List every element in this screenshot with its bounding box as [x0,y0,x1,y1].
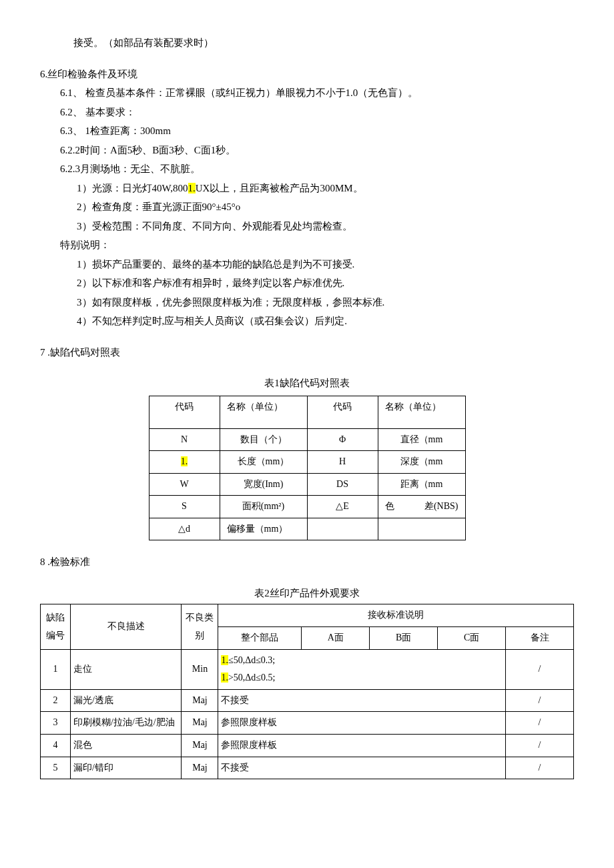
t2-r5-desc: 漏印/错印 [71,757,182,779]
t2-r3-no: 3 [41,712,71,735]
s6-p6-a: 1）光源：日光灯40W,800 [77,183,188,193]
t1-r4-c [307,518,378,540]
t2-r2-no: 2 [41,689,71,712]
intro-line: 接受。（如部品有装配要求时） [40,33,574,53]
t2-r3-part: 参照限度样板 [218,712,506,735]
t1-r3-b: 面积(mm²) [220,496,307,518]
t2-h-remark: 备注 [506,627,574,650]
t2-r1-no: 1 [41,649,71,689]
s6-sp: 特别说明： [40,236,574,255]
t2-r5-type: Maj [182,757,218,779]
t2-r5-part: 不接受 [218,757,506,779]
t1-r0-d: 直径（mm [378,428,465,451]
s6-p1: 6.1、 检查员基本条件：正常裸眼（或纠正视力）单眼视力不小于1.0（无色盲）。 [40,83,574,103]
section-7-heading: 7 .缺陷代码对照表 [40,343,574,362]
t1-r0-a: N [149,428,220,451]
t1-r3-d-a: 色 [385,498,394,516]
highlight-inline: 1. [221,655,228,665]
s6-p8: 3）受检范围：不同角度、不同方向、外观能看见处均需检查。 [40,217,574,236]
t1-r2-a: W [149,473,220,496]
t2-h-a: A面 [302,627,370,650]
t2-h-part: 整个部品 [218,627,302,650]
t1-r1-c: H [307,451,378,474]
defect-code-table: 代码 名称（单位） 代码 名称（单位） N 数目（个） Φ 直径（mm 1. 长… [149,396,466,541]
t2-r2-type: Maj [182,689,218,712]
t2-h-no: 缺陷编号 [41,604,71,649]
t1-h-d: 名称（单位） [378,396,465,428]
s6-p4: 6.2.2时间：A面5秒、B面3秒、C面1秒。 [40,141,574,160]
s6-p2: 6.2、 基本要求： [40,103,574,122]
t2-h-b: B面 [370,627,438,650]
t1-r1-b: 长度（mm） [220,451,307,474]
table2-caption: 表2丝印产品件外观要求 [40,584,574,603]
t2-r2-part: 不接受 [218,689,506,712]
t1-h-b: 名称（单位） [220,396,307,428]
s6-sp1: 1）损坏产品重要的、最终的基本功能的缺陷总是判为不可接受. [40,255,574,274]
t2-h-std: 接收标准说明 [218,604,574,627]
t2-r3-desc: 印刷模糊/拉油/毛边/肥油 [71,712,182,735]
t1-r2-d: 距离（mm [378,473,465,496]
section-8-heading: 8 .检验标准 [40,552,574,572]
t2-h-type: 不良类别 [182,604,218,649]
t1-r2-c: DS [307,473,378,496]
highlight-inline: 1. [221,673,228,683]
t1-r3-c: △E [307,496,378,518]
s6-sp2: 2）以下标准和客户标准有相异时，最终判定以客户标准优先. [40,274,574,293]
t1-r2-b: 宽度(Inm) [220,473,307,496]
t2-r4-desc: 混色 [71,735,182,757]
s6-p3: 6.3、 1检查距离：300mm [40,121,574,141]
t2-h-c: C面 [438,627,506,650]
table1-caption: 表1缺陷代码对照表 [40,374,574,393]
highlight-cell: 1. [181,456,188,466]
highlight-small: 1. [188,183,196,193]
t1-r3-d: 色差(NBS) [378,496,465,518]
t1-r1-a: 1. [149,451,220,474]
t2-r1-type: Min [182,649,218,689]
s6-p6: 1）光源：日光灯40W,8001.UX以上，且距离被检产品为300MM。 [40,179,574,198]
t2-r3-type: Maj [182,712,218,735]
t2-r1-part: 1.≤50,Δd≤0.3; 1.>50,Δd≤0.5; [218,649,506,689]
section-6-heading: 6.丝印检验条件及环境 [40,65,574,84]
t1-r4-b: 偏移量（mm） [220,518,307,540]
t2-r5-remark: / [506,757,574,779]
s6-p7: 2）检查角度：垂直光源正面90°±45°o [40,197,574,217]
s6-sp4: 4）不知怎样判定时,应与相关人员商议（或召集会议）后判定. [40,312,574,331]
t1-r1-d: 深度（mm [378,451,465,474]
t2-r4-type: Maj [182,735,218,757]
s6-sp3: 3）如有限度样板，优先参照限度样板为准；无限度样板，参照本标准. [40,293,574,312]
t2-r1-desc: 走位 [71,649,182,689]
t1-r0-b: 数目（个） [220,428,307,451]
t1-r3-a: S [149,496,220,518]
inspection-standard-table: 缺陷编号 不良描述 不良类别 接收标准说明 整个部品 A面 B面 C面 备注 1… [40,604,574,779]
t2-r4-remark: / [506,735,574,757]
t1-h-c: 代码 [307,396,378,428]
t1-r4-a: △d [149,518,220,540]
t2-r4-no: 4 [41,735,71,757]
t2-r1-part-2: >50,Δd≤0.5; [228,673,275,683]
t1-r0-c: Φ [307,428,378,451]
t2-r4-part: 参照限度样板 [218,735,506,757]
t2-r1-part-1: ≤50,Δd≤0.3; [228,655,275,665]
t2-h-desc: 不良描述 [71,604,182,649]
t2-r3-remark: / [506,712,574,735]
t2-r2-desc: 漏光/透底 [71,689,182,712]
t1-r3-d-b: 差(NBS) [424,498,458,516]
t1-r4-d [378,518,465,540]
s6-p6-b: UX以上，且距离被检产品为300MM。 [196,183,363,193]
s6-p5: 6.2.3月测场地：无尘、不肮脏。 [40,159,574,179]
t2-r5-no: 5 [41,757,71,779]
t2-r1-remark: / [506,649,574,689]
t1-h-a: 代码 [149,396,220,428]
t2-r2-remark: / [506,689,574,712]
